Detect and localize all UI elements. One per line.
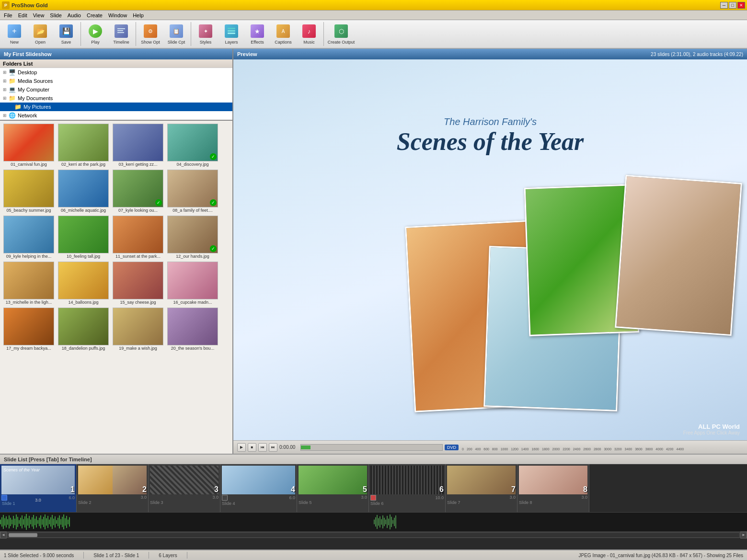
close-button[interactable]: ✕ bbox=[737, 2, 745, 9]
menu-create[interactable]: Create bbox=[84, 11, 105, 19]
music-button[interactable]: ♪ Music bbox=[297, 21, 322, 47]
file-item[interactable]: ✓ 08_a family of feet.... bbox=[166, 169, 219, 214]
svg-rect-38 bbox=[46, 518, 47, 526]
styles-label: Styles bbox=[200, 40, 212, 45]
hscroll-thumb[interactable] bbox=[9, 533, 37, 537]
file-item[interactable]: 17_my dream backya... bbox=[2, 307, 56, 352]
file-name: 14_balloons.jpg bbox=[68, 300, 98, 305]
file-item[interactable]: 13_michelle in the ligh... bbox=[2, 261, 56, 306]
slide-cell-3[interactable]: 3 3.0 Slide 3 bbox=[149, 464, 220, 512]
slide-cell-6[interactable]: 6 10.0 Slide 6 bbox=[369, 464, 446, 512]
file-item[interactable]: 09_kyle helping in the... bbox=[2, 215, 56, 260]
svg-rect-12 bbox=[9, 515, 10, 528]
slide-icons bbox=[222, 495, 228, 501]
new-button[interactable]: + New bbox=[2, 21, 27, 47]
stop-button[interactable]: ■ bbox=[248, 443, 256, 452]
showopt-label: Show Opt bbox=[141, 40, 160, 45]
menu-view[interactable]: View bbox=[30, 11, 47, 19]
play-button[interactable]: ▶ Play bbox=[83, 21, 108, 47]
slide-7-bottom: 3.0 bbox=[446, 494, 517, 500]
slide-list-header: Slide List [Press [Tab] for Timeline] bbox=[0, 454, 747, 464]
folders-label: Folders List bbox=[0, 59, 232, 68]
minimize-button[interactable]: ─ bbox=[720, 2, 728, 9]
file-name: 08_a family of feet.... bbox=[172, 208, 213, 213]
play-pause-button[interactable]: ▶ bbox=[237, 443, 246, 452]
file-item[interactable]: 01_carnival fun.jpg bbox=[2, 123, 56, 168]
prev-frame-button[interactable]: ⏮ bbox=[258, 443, 267, 452]
file-item[interactable]: ✓ 04_discovery.jpg bbox=[166, 123, 219, 168]
restore-button[interactable]: □ bbox=[729, 2, 736, 9]
file-name: 12_our hands.jpg bbox=[176, 254, 209, 259]
slide-cell-5[interactable]: 5 3.0 Slide 5 bbox=[297, 464, 369, 512]
output-button[interactable]: ⬡ Create Output bbox=[326, 21, 356, 47]
slide-5-thumbnail bbox=[299, 466, 367, 494]
captions-button[interactable]: A Captions bbox=[271, 21, 296, 47]
folder-network[interactable]: ⊞ 🌐 Network bbox=[0, 111, 232, 120]
file-item[interactable]: 11_sunset at the park... bbox=[111, 215, 165, 260]
file-item[interactable]: 06_michelle aquatic.jpg bbox=[57, 169, 110, 214]
folder-my-pictures[interactable]: 📁 My Pictures bbox=[0, 103, 232, 111]
styles-button[interactable]: ✦ Styles bbox=[193, 21, 218, 47]
slide-cell-2[interactable]: 2 3.0 Slide 2 bbox=[77, 464, 149, 512]
dvd-button[interactable]: DVD bbox=[445, 445, 459, 450]
file-name: 11_sunset at the park... bbox=[115, 254, 161, 259]
svg-rect-18 bbox=[17, 517, 18, 527]
file-item[interactable]: 20_the season's bou... bbox=[166, 307, 219, 352]
showopt-button[interactable]: ⚙ Show Opt bbox=[138, 21, 163, 47]
menu-file[interactable]: File bbox=[1, 11, 15, 19]
file-item[interactable]: 16_cupcake madn... bbox=[166, 261, 219, 306]
app-title: ProShow Gold bbox=[11, 2, 720, 8]
slide-cell-4[interactable]: 4 6.0 Slide 4 bbox=[220, 464, 297, 512]
menu-window[interactable]: Window bbox=[105, 11, 130, 19]
svg-rect-16 bbox=[14, 519, 15, 526]
file-item[interactable]: 14_balloons.jpg bbox=[57, 261, 110, 306]
folder-name: Desktop bbox=[18, 69, 37, 75]
file-item[interactable]: ✓ 07_kyle looking ou... bbox=[111, 169, 165, 214]
hscroll-right-button[interactable]: ► bbox=[740, 532, 747, 538]
play-label: Play bbox=[91, 40, 100, 45]
project-title-bar: My First Slideshow bbox=[0, 49, 232, 59]
slide-label-8: Slide 8 bbox=[517, 500, 589, 505]
next-frame-button[interactable]: ⏭ bbox=[269, 443, 277, 452]
playback-timeline[interactable] bbox=[300, 444, 443, 451]
sep-3 bbox=[191, 22, 191, 46]
file-item[interactable]: ✓ 12_our hands.jpg bbox=[166, 215, 219, 260]
slide-cell-1[interactable]: Scenes of the Year 1 6.0 Slide 1 3.0 bbox=[0, 464, 77, 512]
slide-icons bbox=[370, 495, 376, 501]
slide-cell-7[interactable]: 7 3.0 Slide 7 bbox=[446, 464, 517, 512]
hscroll-track[interactable] bbox=[7, 532, 740, 538]
hscroll-left-button[interactable]: ◄ bbox=[0, 532, 7, 538]
folder-my-computer[interactable]: ⊞ 💻 My Computer bbox=[0, 85, 232, 94]
menu-audio[interactable]: Audio bbox=[65, 11, 84, 19]
file-browser[interactable]: 01_carnival fun.jpg 02_kerri at the park… bbox=[0, 121, 232, 454]
file-item[interactable]: 19_make a wish.jpg bbox=[111, 307, 165, 352]
file-item[interactable]: 05_beachy summer.jpg bbox=[2, 169, 56, 214]
folder-desktop[interactable]: ⊞ 🖥️ Desktop bbox=[0, 68, 232, 77]
folder-my-documents[interactable]: ⊞ 📁 My Documents bbox=[0, 94, 232, 103]
layers-button[interactable]: Layers bbox=[219, 21, 244, 47]
menu-help[interactable]: Help bbox=[130, 11, 147, 19]
file-name: 03_kerri getting zz... bbox=[118, 162, 157, 167]
file-item[interactable]: 02_kerri at the park.jpg bbox=[57, 123, 110, 168]
save-button[interactable]: 💾 Save bbox=[54, 21, 79, 47]
open-button[interactable]: 📂 Open bbox=[28, 21, 53, 47]
status-sep-1 bbox=[83, 552, 84, 559]
menu-slide[interactable]: Slide bbox=[47, 11, 64, 19]
menu-edit[interactable]: Edit bbox=[15, 11, 30, 19]
svg-rect-21 bbox=[22, 515, 23, 528]
effects-button[interactable]: ★ Effects bbox=[245, 21, 270, 47]
file-item[interactable]: 10_feeling tall.jpg bbox=[57, 215, 110, 260]
sep-4 bbox=[323, 22, 324, 46]
svg-rect-62 bbox=[384, 518, 385, 526]
slide-cell-8[interactable]: 8 3.0 Slide 8 bbox=[517, 464, 589, 512]
file-item[interactable]: 03_kerri getting zz... bbox=[111, 123, 165, 168]
preview-area[interactable]: The Harrison Family's Scenes of the Year bbox=[233, 59, 747, 440]
slidecpt-label: Slide Cpt bbox=[168, 40, 185, 45]
slidecpt-button[interactable]: 📋 Slide Cpt bbox=[164, 21, 189, 47]
folder-media-sources[interactable]: ⊞ 📁 Media Sources bbox=[0, 77, 232, 85]
svg-rect-44 bbox=[55, 516, 56, 527]
playback-bar: ▶ ■ ⏮ ⏭ 0:00.00 DVD 0 200 400 600 800 10… bbox=[233, 440, 747, 454]
file-item[interactable]: 18_dandelion puffs.jpg bbox=[57, 307, 110, 352]
file-item[interactable]: 15_say cheese.jpg bbox=[111, 261, 165, 306]
timeline-button[interactable]: Timeline bbox=[109, 21, 134, 47]
